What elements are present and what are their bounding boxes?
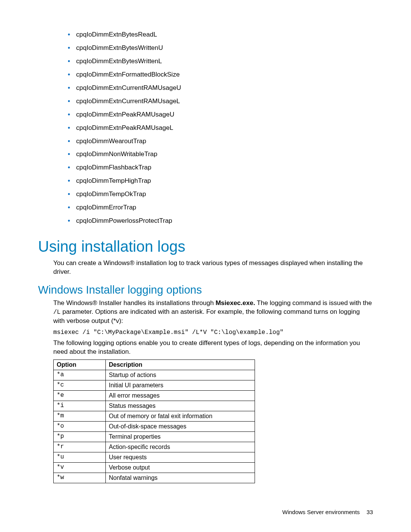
code-block-msiexec-command: msiexec /i "C:\MyPackage\Example.msi" /L… xyxy=(53,329,373,337)
paragraph-install-log-intro: You can create a Windows® installation l… xyxy=(53,259,373,276)
table-row: *uUser requests xyxy=(54,452,255,463)
description-cell: Out of memory or fatal exit information xyxy=(106,411,255,422)
paragraph-logging-options-intro: The following logging options enable you… xyxy=(53,339,373,356)
list-item: cpqIoDimmTempHighTrap xyxy=(68,177,373,185)
footer-page-number: 33 xyxy=(366,509,373,515)
table-row: *cInitial UI parameters xyxy=(54,380,255,391)
list-item: cpqIoDimmExtnPeakRAMUsageL xyxy=(68,124,373,133)
msiexec-exe: Msiexec.exe. xyxy=(215,299,255,307)
column-header-description: Description xyxy=(106,360,255,370)
heading-windows-installer-logging-options: Windows Installer logging options xyxy=(38,283,373,297)
description-cell: Nonfatal warnings xyxy=(106,473,255,483)
snmp-list: cpqIoDimmExtnBytesReadLcpqIoDimmExtnByte… xyxy=(38,30,373,225)
option-cell: *m xyxy=(54,411,106,422)
text-fragment: The Windows® Installer handles its insta… xyxy=(53,299,215,307)
table-row: *wNonfatal warnings xyxy=(54,473,255,483)
option-cell: *a xyxy=(54,370,106,380)
table-body: *aStartup of actions*cInitial UI paramet… xyxy=(54,370,255,483)
table-header-row: Option Description xyxy=(54,360,255,370)
list-item: cpqIoDimmExtnFormattedBlockSize xyxy=(68,70,373,79)
document-page: cpqIoDimmExtnBytesReadLcpqIoDimmExtnByte… xyxy=(0,0,411,532)
list-item: cpqIoDimmFlashbackTrap xyxy=(68,163,373,172)
list-item: cpqIoDimmExtnCurrentRAMUsageU xyxy=(68,84,373,93)
list-item: cpqIoDimmWearoutTrap xyxy=(68,137,373,146)
option-cell: *r xyxy=(54,442,106,452)
logging-options-table: Option Description *aStartup of actions*… xyxy=(53,359,255,483)
list-item: cpqIoDimmErrorTrap xyxy=(68,203,373,212)
list-item: cpqIoDimmTempOkTrap xyxy=(68,190,373,199)
description-cell: Out-of-disk-space messages xyxy=(106,422,255,432)
list-item: cpqIoDimmExtnBytesReadL xyxy=(68,30,373,39)
table-row: *iStatus messages xyxy=(54,401,255,411)
list-item: cpqIoDimmNonWritableTrap xyxy=(68,150,373,159)
option-cell: *o xyxy=(54,422,106,432)
table-row: *oOut-of-disk-space messages xyxy=(54,422,255,432)
paragraph-msiexec-intro: The Windows® Installer handles its insta… xyxy=(53,299,373,325)
option-cell: *v xyxy=(54,463,106,473)
option-cell: *e xyxy=(54,391,106,401)
text-fragment: The logging command is issued with the xyxy=(255,299,372,307)
description-cell: Terminal properties xyxy=(106,432,255,442)
option-cell: *i xyxy=(54,401,106,411)
table-row: *mOut of memory or fatal exit informatio… xyxy=(54,411,255,422)
description-cell: Status messages xyxy=(106,401,255,411)
table-row: *pTerminal properties xyxy=(54,432,255,442)
description-cell: Verbose output xyxy=(106,463,255,473)
table-row: *rAction-specific records xyxy=(54,442,255,452)
option-cell: *w xyxy=(54,473,106,483)
list-item: cpqIoDimmExtnCurrentRAMUsageL xyxy=(68,97,373,106)
option-cell: *u xyxy=(54,452,106,463)
option-cell: *p xyxy=(54,432,106,442)
heading-using-installation-logs: Using installation logs xyxy=(38,236,373,257)
description-cell: Initial UI parameters xyxy=(106,380,255,391)
l-parameter: /L xyxy=(53,309,61,316)
list-item: cpqIoDimmPowerlossProtectTrap xyxy=(68,217,373,225)
page-footer: Windows Server environments 33 xyxy=(282,508,373,516)
table-row: *eAll error messages xyxy=(54,391,255,401)
description-cell: Action-specific records xyxy=(106,442,255,452)
column-header-option: Option xyxy=(54,360,106,370)
table-row: *vVerbose output xyxy=(54,463,255,473)
table-row: *aStartup of actions xyxy=(54,370,255,380)
text-fragment: parameter. Options are indicated with an… xyxy=(53,308,360,324)
description-cell: All error messages xyxy=(106,391,255,401)
description-cell: Startup of actions xyxy=(106,370,255,380)
footer-section-title: Windows Server environments xyxy=(282,509,360,515)
list-item: cpqIoDimmExtnBytesWrittenL xyxy=(68,57,373,66)
option-cell: *c xyxy=(54,380,106,391)
list-item: cpqIoDimmExtnBytesWrittenU xyxy=(68,44,373,53)
description-cell: User requests xyxy=(106,452,255,463)
list-item: cpqIoDimmExtnPeakRAMUsageU xyxy=(68,110,373,119)
